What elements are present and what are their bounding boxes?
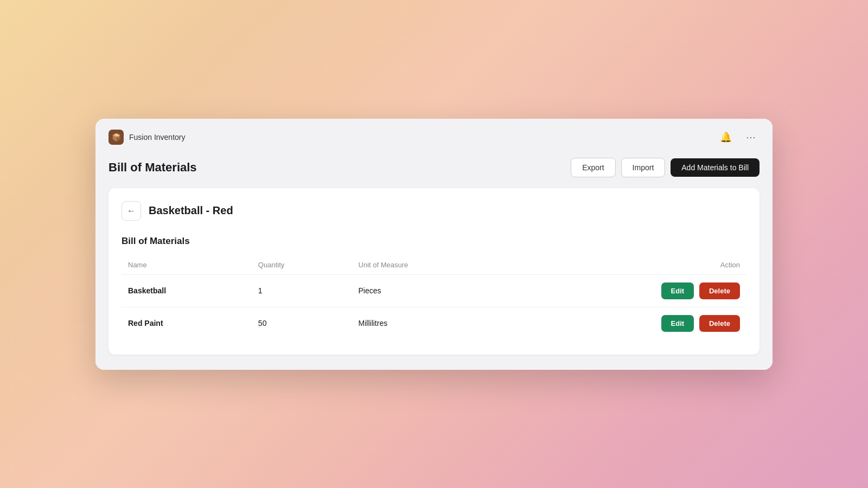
cell-action-1: Edit Delete xyxy=(512,307,746,339)
titlebar-right: 🔔 ⋯ xyxy=(717,129,760,146)
cell-unit-0: Pieces xyxy=(352,274,512,307)
table-header-row: Name Quantity Unit of Measure Action xyxy=(122,255,746,275)
section-title: Bill of Materials xyxy=(122,236,746,247)
bell-icon: 🔔 xyxy=(720,131,732,143)
bom-table: Name Quantity Unit of Measure Action Bas… xyxy=(122,255,746,339)
table-head: Name Quantity Unit of Measure Action xyxy=(122,255,746,275)
delete-button-1[interactable]: Delete xyxy=(699,315,740,332)
cell-name-1: Red Paint xyxy=(122,307,252,339)
add-materials-button[interactable]: Add Materials to Bill xyxy=(671,158,760,177)
cell-name-0: Basketball xyxy=(122,274,252,307)
col-name: Name xyxy=(122,255,252,275)
col-action: Action xyxy=(512,255,746,275)
delete-button-0[interactable]: Delete xyxy=(699,282,740,299)
table-row: Basketball 1 Pieces Edit Delete xyxy=(122,274,746,307)
bell-button[interactable]: 🔔 xyxy=(717,129,735,146)
col-quantity: Quantity xyxy=(252,255,352,275)
card: ← Basketball - Red Bill of Materials Nam… xyxy=(108,188,760,355)
page-title: Bill of Materials xyxy=(108,160,197,175)
cell-unit-1: Millilitres xyxy=(352,307,512,339)
import-button[interactable]: Import xyxy=(621,158,666,177)
titlebar: 📦 Fusion Inventory 🔔 ⋯ xyxy=(95,119,773,153)
main-content: Bill of Materials Export Import Add Mate… xyxy=(95,153,773,370)
app-window: 📦 Fusion Inventory 🔔 ⋯ Bill of Materials… xyxy=(95,119,773,370)
app-icon: 📦 xyxy=(108,130,124,145)
col-unit: Unit of Measure xyxy=(352,255,512,275)
app-name: Fusion Inventory xyxy=(129,133,186,142)
cell-quantity-0: 1 xyxy=(252,274,352,307)
edit-button-0[interactable]: Edit xyxy=(661,282,694,299)
titlebar-left: 📦 Fusion Inventory xyxy=(108,130,186,145)
product-title: Basketball - Red xyxy=(149,204,233,217)
more-button[interactable]: ⋯ xyxy=(742,129,760,146)
more-icon: ⋯ xyxy=(746,131,756,143)
back-button[interactable]: ← xyxy=(122,201,141,221)
back-icon: ← xyxy=(127,206,136,216)
header-actions: Export Import Add Materials to Bill xyxy=(571,158,760,177)
cell-action-0: Edit Delete xyxy=(512,274,746,307)
page-header: Bill of Materials Export Import Add Mate… xyxy=(108,153,760,188)
table-body: Basketball 1 Pieces Edit Delete Red Pain… xyxy=(122,274,746,339)
back-nav: ← Basketball - Red xyxy=(122,201,746,221)
edit-button-1[interactable]: Edit xyxy=(661,315,694,332)
cell-quantity-1: 50 xyxy=(252,307,352,339)
export-button[interactable]: Export xyxy=(571,158,615,177)
table-row: Red Paint 50 Millilitres Edit Delete xyxy=(122,307,746,339)
